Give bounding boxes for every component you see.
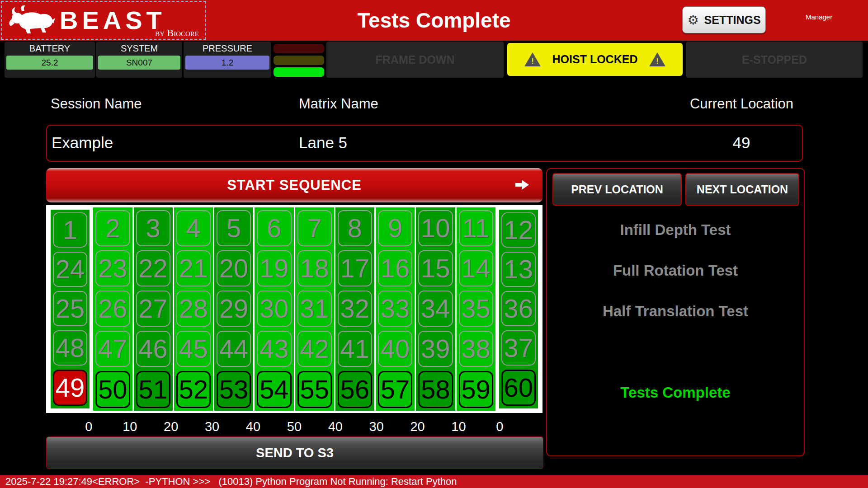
- e-stop-button[interactable]: E-STOPPED: [686, 42, 863, 78]
- grid-cell-32[interactable]: 32: [338, 291, 372, 327]
- grid-cell-38[interactable]: 38: [459, 331, 493, 367]
- grid-cell-6[interactable]: 6: [257, 210, 291, 246]
- grid-cell-49[interactable]: 49: [53, 370, 87, 406]
- grid-cell-55[interactable]: 55: [297, 371, 332, 408]
- grid-cell-29[interactable]: 29: [217, 291, 251, 327]
- grid-cell-52[interactable]: 52: [176, 371, 211, 408]
- grid-cell-10[interactable]: 10: [418, 210, 453, 246]
- header-bar: BEAST by Biocore Tests Complete ⚙ SETTIN…: [0, 0, 868, 41]
- test-status-3: Half Translation Test: [546, 303, 805, 320]
- grid-cell-14[interactable]: 14: [459, 250, 493, 286]
- grid-cell-44[interactable]: 44: [217, 331, 251, 367]
- settings-button[interactable]: ⚙ SETTINGS: [682, 6, 766, 33]
- frame-down-label: FRAME DOWN: [376, 53, 455, 66]
- grid-cell-50[interactable]: 50: [95, 371, 130, 408]
- grid-cell-17[interactable]: 17: [338, 250, 372, 286]
- grid-cell-43[interactable]: 43: [257, 331, 291, 367]
- offset-label-8: 30: [356, 419, 397, 434]
- grid-cell-57[interactable]: 57: [378, 371, 412, 408]
- current-location-label: Current Location: [680, 96, 803, 112]
- grid-cell-13[interactable]: 13: [501, 252, 536, 287]
- warning-icon: !: [524, 52, 541, 66]
- grid-cell-21[interactable]: 21: [176, 250, 211, 286]
- grid-cell-3[interactable]: 3: [136, 210, 170, 246]
- grid-cell-5[interactable]: 5: [217, 210, 251, 246]
- session-name-label: Session Name: [51, 96, 142, 112]
- grid-cell-39[interactable]: 39: [418, 331, 453, 367]
- grid-cell-12[interactable]: 12: [501, 212, 536, 248]
- grid-cell-23[interactable]: 23: [95, 250, 130, 286]
- grid-cell-34[interactable]: 34: [418, 291, 453, 327]
- grid-cell-25[interactable]: 25: [53, 291, 87, 326]
- warning-icon: !: [649, 52, 665, 66]
- pressure-panel: PRESSURE 1.2: [184, 42, 271, 78]
- offset-label-7: 40: [315, 419, 356, 434]
- grid-cell-56[interactable]: 56: [338, 371, 372, 408]
- grid-cell-9[interactable]: 9: [378, 210, 412, 246]
- grid-cell-54[interactable]: 54: [257, 371, 291, 408]
- grid-cell-27[interactable]: 27: [136, 291, 170, 327]
- grid-cell-60[interactable]: 60: [501, 370, 536, 406]
- grid-cell-48[interactable]: 48: [53, 330, 87, 366]
- status-indicator-amber: [274, 56, 324, 65]
- frame-down-button[interactable]: FRAME DOWN: [326, 42, 504, 78]
- grid-cell-46[interactable]: 46: [136, 331, 170, 367]
- grid-column-5: 520294453: [214, 207, 253, 411]
- settings-label: SETTINGS: [704, 14, 761, 27]
- test-status-2: Full Rotation Test: [546, 262, 805, 279]
- grid-cell-2[interactable]: 2: [95, 210, 130, 246]
- offset-label-11: 0: [479, 419, 520, 434]
- grid-cell-19[interactable]: 19: [257, 250, 291, 286]
- grid-cell-24[interactable]: 24: [53, 252, 87, 287]
- grid-cell-22[interactable]: 22: [136, 250, 170, 286]
- send-to-s3-label: SEND TO S3: [256, 446, 334, 460]
- grid-cell-42[interactable]: 42: [297, 331, 332, 367]
- matrix-name-value: Lane 5: [299, 134, 347, 152]
- grid-cell-41[interactable]: 41: [338, 331, 372, 367]
- gear-icon: ⚙: [687, 13, 698, 28]
- start-sequence-button[interactable]: START SEQUENCE: [46, 168, 542, 202]
- grid-column-3: 322274651: [134, 207, 173, 411]
- pressure-value: 1.2: [185, 56, 269, 70]
- grid-cell-1[interactable]: 1: [53, 212, 87, 248]
- grid-cell-58[interactable]: 58: [418, 371, 453, 408]
- grid-cell-47[interactable]: 47: [95, 331, 130, 367]
- grid-cell-4[interactable]: 4: [176, 210, 211, 246]
- grid-cell-8[interactable]: 8: [338, 210, 372, 246]
- grid-cell-20[interactable]: 20: [217, 250, 251, 286]
- grid-cell-11[interactable]: 11: [459, 210, 493, 246]
- grid-cell-35[interactable]: 35: [459, 291, 493, 327]
- location-grid: 1242548492232647503222746514212845525202…: [46, 205, 542, 413]
- grid-cell-37[interactable]: 37: [501, 330, 536, 366]
- status-indicator-green: [274, 67, 324, 77]
- user-role-label: Manager: [806, 13, 832, 21]
- grid-cell-51[interactable]: 51: [136, 371, 170, 408]
- grid-cell-7[interactable]: 7: [297, 210, 332, 246]
- grid-cell-40[interactable]: 40: [378, 331, 412, 367]
- system-panel: SYSTEM SN007: [96, 42, 182, 78]
- main-screen: BEAST by Biocore Tests Complete ⚙ SETTIN…: [0, 0, 868, 488]
- hoist-locked-button[interactable]: ! HOIST LOCKED !: [507, 43, 683, 76]
- send-to-s3-button[interactable]: SEND TO S3: [46, 436, 543, 469]
- grid-cell-59[interactable]: 59: [459, 371, 493, 408]
- grid-cell-31[interactable]: 31: [297, 291, 332, 327]
- grid-cell-53[interactable]: 53: [217, 371, 251, 408]
- offset-label-4: 30: [192, 419, 232, 434]
- grid-cell-45[interactable]: 45: [176, 331, 211, 367]
- grid-cell-16[interactable]: 16: [378, 250, 412, 286]
- grid-column-8: 817324156: [335, 207, 374, 411]
- tests-list: Infill Depth TestFull Rotation TestHalf …: [546, 168, 805, 456]
- grid-cell-36[interactable]: 36: [501, 291, 536, 326]
- grid-column-12: 1213363760: [497, 207, 540, 411]
- error-status-bar: 2025-7-22 19:27:49<ERROR> -PYTHON >>> (1…: [0, 475, 868, 488]
- grid-cell-18[interactable]: 18: [297, 250, 332, 286]
- grid-cell-30[interactable]: 30: [257, 291, 291, 327]
- grid-column-11: 1114353859: [457, 207, 495, 411]
- grid-cell-33[interactable]: 33: [378, 291, 412, 327]
- grid-column-4: 421284552: [174, 207, 213, 411]
- grid-cell-15[interactable]: 15: [418, 250, 453, 286]
- status-indicator-red: [274, 44, 324, 53]
- grid-column-7: 718314255: [295, 207, 334, 411]
- grid-cell-28[interactable]: 28: [176, 291, 211, 327]
- grid-cell-26[interactable]: 26: [95, 291, 130, 327]
